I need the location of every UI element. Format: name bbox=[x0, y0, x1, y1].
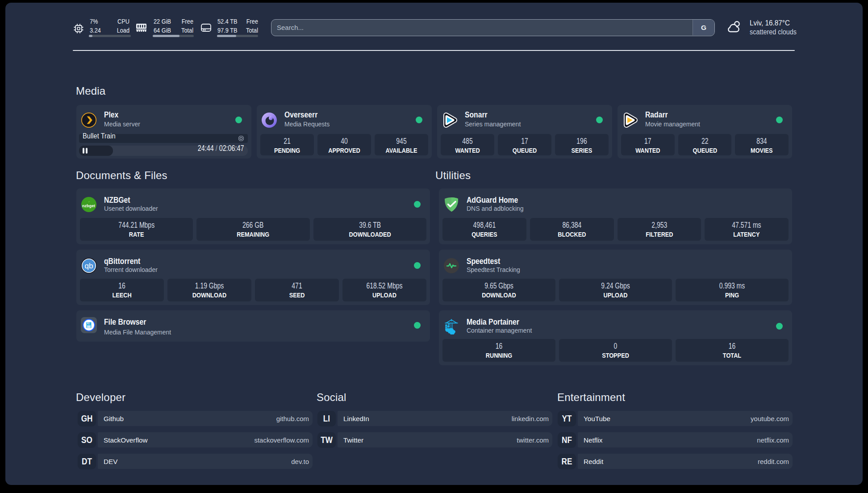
svg-text:qb: qb bbox=[85, 262, 93, 270]
svg-text:nzbget: nzbget bbox=[82, 203, 96, 208]
